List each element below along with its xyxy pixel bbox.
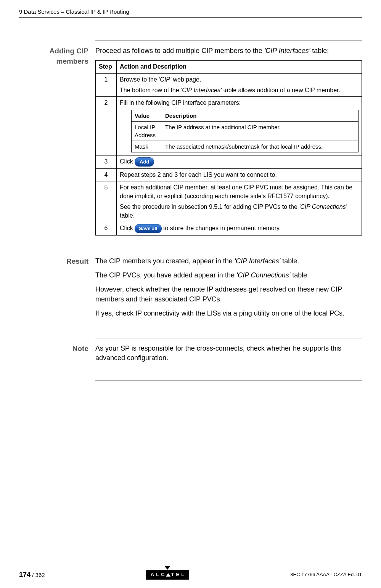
section-body-result: The CIP members you created, appear in t…: [95, 256, 362, 323]
result-p1-pre: The CIP members you created, appear in t…: [95, 257, 235, 265]
step3-desc: Click Add: [117, 155, 362, 168]
inner-r1-desc: The IP address at the additional CIP mem…: [162, 121, 358, 141]
result-p1-post: table.: [280, 257, 299, 265]
step5-p2-em: 'CIP Connections': [299, 203, 347, 210]
result-p1: The CIP members you created, appear in t…: [95, 256, 362, 266]
section-result: Result The CIP members you created, appe…: [95, 251, 362, 323]
step2-num: 2: [96, 97, 117, 155]
section-body-adding: Proceed as follows to add multiple CIP m…: [95, 46, 362, 236]
step1-num: 1: [96, 73, 117, 97]
page-number: 174 / 362: [19, 570, 45, 580]
page-number-total: / 362: [31, 572, 45, 578]
result-p2-post: table.: [290, 271, 309, 279]
result-p2-pre: The CIP PVCs, you have added appear in t…: [95, 271, 236, 279]
adding-intro: Proceed as follows to add multiple CIP m…: [95, 46, 362, 56]
save-all-button[interactable]: Save all: [135, 224, 161, 233]
step1-desc: Browse to the 'CIP' web page. The bottom…: [117, 73, 362, 97]
adding-intro-post: table:: [310, 47, 329, 54]
step4-num: 4: [96, 168, 117, 181]
inner-r2-value: Mask: [132, 141, 162, 152]
step2-desc: Fill in the following CIP interface para…: [117, 97, 362, 155]
step1-l2-em: 'CIP Interfaces': [181, 87, 222, 93]
add-button[interactable]: Add: [135, 157, 154, 167]
result-p4: If yes, check IP connectivity with the L…: [95, 309, 362, 318]
page-footer: 174 / 362 ALCTEL 3EC 17766 AAAA TCZZA Ed…: [19, 570, 362, 580]
inner-head-value: Value: [132, 110, 162, 121]
inner-r1-value: Local IP Address: [132, 121, 162, 141]
result-p3: However, check whether the remote IP add…: [95, 285, 362, 304]
step6-click: Click: [120, 225, 133, 231]
section-label-adding: Adding CIP members: [21, 46, 95, 236]
logo-text-right: TEL: [171, 571, 186, 578]
inner-head-desc: Description: [162, 110, 358, 121]
adding-intro-pre: Proceed as follows to add multiple CIP m…: [95, 47, 264, 54]
logo-triangle-inner-icon: [166, 573, 170, 577]
step1-l1-pre: Browse to the: [120, 76, 159, 83]
steps-table: Step Action and Description 1 Browse to …: [95, 60, 362, 236]
step1-l1-post: web page.: [171, 76, 201, 83]
step5-desc: For each additional CIP member, at least…: [117, 181, 362, 222]
step5-num: 5: [96, 181, 117, 222]
step4-desc: Repeat steps 2 and 3 for each LIS you wa…: [117, 168, 362, 181]
inner-r2-desc: The associated netmask/subnetmask for th…: [162, 141, 358, 152]
section-body-note: As your SP is responsible for the cross-…: [95, 344, 362, 367]
result-p1-em: 'CIP Interfaces': [235, 257, 280, 265]
page-number-current: 174: [19, 571, 31, 578]
step3-click: Click: [120, 158, 135, 165]
logo-text-left: ALC: [151, 571, 167, 578]
step5-p1: For each additional CIP member, at least…: [120, 183, 358, 200]
result-p2-em: 'CIP Connections': [236, 271, 290, 279]
note-text: As your SP is responsible for the cross-…: [95, 344, 362, 363]
step1-l1-em: 'CIP': [159, 76, 171, 83]
steps-head-step: Step: [96, 61, 117, 73]
alcatel-logo: ALCTEL: [146, 570, 189, 579]
adding-intro-em: 'CIP Interfaces': [264, 47, 310, 54]
steps-head-action: Action and Description: [117, 61, 362, 73]
result-p2: The CIP PVCs, you have added appear in t…: [95, 271, 362, 280]
section-note: Note As your SP is responsible for the c…: [95, 338, 362, 381]
step1-l2-post: table allows addition of a new CIP membe…: [222, 87, 340, 93]
step6-post: to store the changes in permanent memory…: [163, 225, 281, 231]
step5-p2-pre: See the procedure in subsection 9.5.1 fo…: [120, 203, 299, 210]
step1-l2-pre: The bottom row of the: [120, 87, 181, 93]
step6-num: 6: [96, 222, 117, 235]
inner-params-table: Value Description Local IP Address The I…: [131, 110, 358, 152]
page-header: 9 Data Services – Classical IP & IP Rout…: [19, 8, 362, 18]
section-label-result: Result: [21, 256, 95, 323]
step3-num: 3: [96, 155, 117, 168]
step5-p2-post: table.: [120, 212, 135, 219]
document-id: 3EC 17766 AAAA TCZZA Ed. 01: [290, 571, 362, 578]
step2-intro: Fill in the following CIP interface para…: [120, 99, 241, 106]
step6-desc: Click Save all to store the changes in p…: [117, 222, 362, 235]
logo-triangle-top-icon: [164, 566, 170, 570]
section-adding-cip: Adding CIP members Proceed as follows to…: [95, 40, 362, 236]
section-label-note: Note: [21, 344, 95, 367]
